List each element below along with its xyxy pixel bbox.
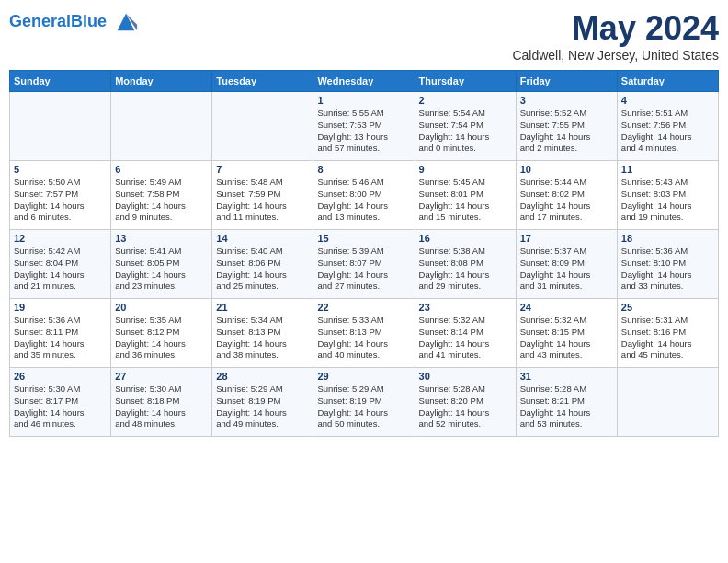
day-number: 5 [14,164,107,175]
day-number: 24 [520,302,613,313]
calendar-day-cell: 23Sunrise: 5:32 AM Sunset: 8:14 PM Dayli… [415,299,516,368]
day-info: Sunrise: 5:52 AM Sunset: 7:55 PM Dayligh… [520,108,613,155]
day-number: 16 [419,233,512,244]
day-info: Sunrise: 5:49 AM Sunset: 7:58 PM Dayligh… [115,177,208,224]
day-info: Sunrise: 5:28 AM Sunset: 8:21 PM Dayligh… [520,384,613,431]
calendar-day-cell: 5Sunrise: 5:50 AM Sunset: 7:57 PM Daylig… [10,161,111,230]
day-number: 28 [216,371,309,382]
calendar-day-cell: 6Sunrise: 5:49 AM Sunset: 7:58 PM Daylig… [111,161,212,230]
calendar-day-cell: 4Sunrise: 5:51 AM Sunset: 7:56 PM Daylig… [617,92,718,161]
calendar-day-cell: 15Sunrise: 5:39 AM Sunset: 8:07 PM Dayli… [313,230,415,299]
day-number: 8 [317,164,410,175]
day-number: 20 [115,302,208,313]
day-info: Sunrise: 5:42 AM Sunset: 8:04 PM Dayligh… [14,246,107,293]
day-number: 4 [621,95,714,106]
weekday-header-row: SundayMondayTuesdayWednesdayThursdayFrid… [10,71,719,92]
day-number: 7 [216,164,309,175]
day-info: Sunrise: 5:44 AM Sunset: 8:02 PM Dayligh… [520,177,613,224]
weekday-header-wednesday: Wednesday [313,71,415,92]
day-info: Sunrise: 5:35 AM Sunset: 8:12 PM Dayligh… [115,315,208,362]
weekday-header-friday: Friday [516,71,617,92]
day-number: 12 [14,233,107,244]
day-info: Sunrise: 5:43 AM Sunset: 8:03 PM Dayligh… [621,177,714,224]
calendar-day-cell: 22Sunrise: 5:33 AM Sunset: 8:13 PM Dayli… [313,299,415,368]
day-number: 13 [115,233,208,244]
day-info: Sunrise: 5:34 AM Sunset: 8:13 PM Dayligh… [216,315,309,362]
day-info: Sunrise: 5:45 AM Sunset: 8:01 PM Dayligh… [419,177,512,224]
calendar-day-cell: 20Sunrise: 5:35 AM Sunset: 8:12 PM Dayli… [111,299,212,368]
calendar-day-cell: 3Sunrise: 5:52 AM Sunset: 7:55 PM Daylig… [516,92,617,161]
calendar-day-cell: 13Sunrise: 5:41 AM Sunset: 8:05 PM Dayli… [111,230,212,299]
calendar-day-cell: 28Sunrise: 5:29 AM Sunset: 8:19 PM Dayli… [212,368,313,437]
calendar-day-cell: 10Sunrise: 5:44 AM Sunset: 8:02 PM Dayli… [516,161,617,230]
day-info: Sunrise: 5:38 AM Sunset: 8:08 PM Dayligh… [419,246,512,293]
calendar-day-cell: 25Sunrise: 5:31 AM Sunset: 8:16 PM Dayli… [617,299,718,368]
calendar-day-cell: 31Sunrise: 5:28 AM Sunset: 8:21 PM Dayli… [516,368,617,437]
logo-line1: General [9,12,71,30]
day-number: 1 [317,95,410,106]
calendar-day-cell: 7Sunrise: 5:48 AM Sunset: 7:59 PM Daylig… [212,161,313,230]
day-number: 31 [520,371,613,382]
day-number: 23 [419,302,512,313]
day-info: Sunrise: 5:48 AM Sunset: 7:59 PM Dayligh… [216,177,309,224]
calendar-week-row: 12Sunrise: 5:42 AM Sunset: 8:04 PM Dayli… [10,230,719,299]
weekday-header-tuesday: Tuesday [212,71,313,92]
calendar-day-cell: 19Sunrise: 5:36 AM Sunset: 8:11 PM Dayli… [10,299,111,368]
day-info: Sunrise: 5:46 AM Sunset: 8:00 PM Dayligh… [317,177,410,224]
day-info: Sunrise: 5:41 AM Sunset: 8:05 PM Dayligh… [115,246,208,293]
weekday-header-monday: Monday [111,71,212,92]
logo-line2: Blue [71,12,107,30]
day-info: Sunrise: 5:40 AM Sunset: 8:06 PM Dayligh… [216,246,309,293]
day-info: Sunrise: 5:36 AM Sunset: 8:11 PM Dayligh… [14,315,107,362]
calendar-week-row: 26Sunrise: 5:30 AM Sunset: 8:17 PM Dayli… [10,368,719,437]
day-info: Sunrise: 5:30 AM Sunset: 8:17 PM Dayligh… [14,384,107,431]
calendar-day-cell: 16Sunrise: 5:38 AM Sunset: 8:08 PM Dayli… [415,230,516,299]
day-number: 30 [419,371,512,382]
day-info: Sunrise: 5:32 AM Sunset: 8:14 PM Dayligh… [419,315,512,362]
weekday-header-thursday: Thursday [415,71,516,92]
day-number: 6 [115,164,208,175]
calendar-week-row: 5Sunrise: 5:50 AM Sunset: 7:57 PM Daylig… [10,161,719,230]
weekday-header-sunday: Sunday [10,71,111,92]
day-number: 27 [115,371,208,382]
day-number: 25 [621,302,714,313]
calendar-week-row: 1Sunrise: 5:55 AM Sunset: 7:53 PM Daylig… [10,92,719,161]
location-title: Caldwell, New Jersey, United States [512,48,719,63]
day-info: Sunrise: 5:37 AM Sunset: 8:09 PM Dayligh… [520,246,613,293]
day-number: 19 [14,302,107,313]
day-number: 3 [520,95,613,106]
logo-icon [113,9,139,35]
day-number: 26 [14,371,107,382]
page-header: GeneralBlue May 2024 Caldwell, New Jerse… [9,9,719,63]
day-info: Sunrise: 5:36 AM Sunset: 8:10 PM Dayligh… [621,246,714,293]
calendar-day-cell: 29Sunrise: 5:29 AM Sunset: 8:19 PM Dayli… [313,368,415,437]
day-number: 18 [621,233,714,244]
day-info: Sunrise: 5:28 AM Sunset: 8:20 PM Dayligh… [419,384,512,431]
calendar-day-cell [111,92,212,161]
calendar-day-cell: 2Sunrise: 5:54 AM Sunset: 7:54 PM Daylig… [415,92,516,161]
day-number: 11 [621,164,714,175]
day-info: Sunrise: 5:32 AM Sunset: 8:15 PM Dayligh… [520,315,613,362]
calendar-day-cell: 24Sunrise: 5:32 AM Sunset: 8:15 PM Dayli… [516,299,617,368]
day-info: Sunrise: 5:51 AM Sunset: 7:56 PM Dayligh… [621,108,714,155]
day-number: 14 [216,233,309,244]
day-info: Sunrise: 5:30 AM Sunset: 8:18 PM Dayligh… [115,384,208,431]
day-number: 2 [419,95,512,106]
day-info: Sunrise: 5:29 AM Sunset: 8:19 PM Dayligh… [216,384,309,431]
day-info: Sunrise: 5:39 AM Sunset: 8:07 PM Dayligh… [317,246,410,293]
day-info: Sunrise: 5:54 AM Sunset: 7:54 PM Dayligh… [419,108,512,155]
calendar-day-cell: 18Sunrise: 5:36 AM Sunset: 8:10 PM Dayli… [617,230,718,299]
day-info: Sunrise: 5:50 AM Sunset: 7:57 PM Dayligh… [14,177,107,224]
day-number: 17 [520,233,613,244]
calendar-day-cell: 27Sunrise: 5:30 AM Sunset: 8:18 PM Dayli… [111,368,212,437]
day-number: 29 [317,371,410,382]
calendar-week-row: 19Sunrise: 5:36 AM Sunset: 8:11 PM Dayli… [10,299,719,368]
logo-text: GeneralBlue [9,9,139,35]
calendar-day-cell [10,92,111,161]
weekday-header-saturday: Saturday [617,71,718,92]
calendar-day-cell: 17Sunrise: 5:37 AM Sunset: 8:09 PM Dayli… [516,230,617,299]
day-number: 10 [520,164,613,175]
day-info: Sunrise: 5:31 AM Sunset: 8:16 PM Dayligh… [621,315,714,362]
logo: GeneralBlue [9,9,139,35]
day-info: Sunrise: 5:55 AM Sunset: 7:53 PM Dayligh… [317,108,410,155]
